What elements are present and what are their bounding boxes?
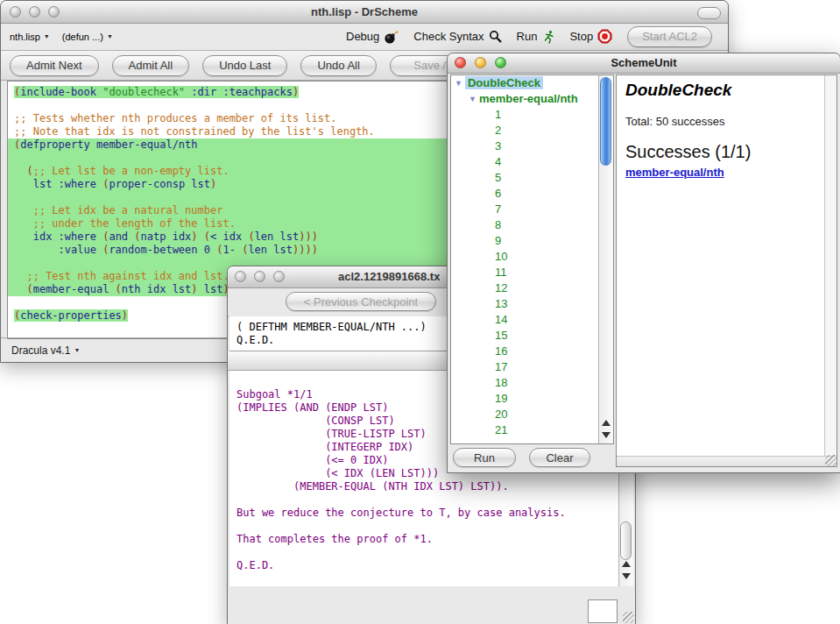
- schemeunit-window: SchemeUnit DoubleCheck member-equal/nth …: [447, 53, 840, 473]
- tree-item-member-equal-nth[interactable]: member-equal/nth: [451, 91, 613, 107]
- tree-test-case[interactable]: 20: [451, 407, 613, 422]
- window-title: nth.lisp - DrScheme: [1, 1, 728, 23]
- tree-test-case[interactable]: 17: [451, 359, 613, 375]
- bomb-icon: [384, 30, 399, 44]
- tree-test-case[interactable]: 15: [451, 328, 613, 344]
- magnifier-icon: [489, 30, 502, 43]
- tree-test-case[interactable]: 14: [451, 312, 613, 328]
- undo-last-button[interactable]: Undo Last: [202, 55, 287, 76]
- test-tree: DoubleCheck member-equal/nth 12345678910…: [451, 75, 613, 438]
- minimize-button[interactable]: [475, 57, 486, 68]
- start-acl2-button[interactable]: Start ACL2: [627, 26, 712, 47]
- detail-hscrollbar[interactable]: [617, 456, 836, 466]
- disclosure-triangle-icon[interactable]: [469, 92, 479, 105]
- file-dropdown[interactable]: nth.lisp: [10, 32, 50, 42]
- drscheme-menurow: nth.lisp (defun ...) Debug Check Syntax …: [1, 23, 728, 50]
- runner-icon: [541, 30, 554, 44]
- tree-test-case[interactable]: 7: [451, 202, 613, 217]
- minimize-button[interactable]: [254, 271, 265, 282]
- language-menu[interactable]: Dracula v4.1: [11, 344, 80, 357]
- zoom-button[interactable]: [48, 6, 60, 18]
- success-link[interactable]: member-equal/nth: [625, 166, 724, 179]
- resize-grip-icon[interactable]: [623, 612, 634, 623]
- tree-test-case[interactable]: 9: [451, 233, 613, 249]
- close-button[interactable]: [455, 57, 466, 68]
- admit-all-button[interactable]: Admit All: [112, 55, 190, 76]
- tree-test-case[interactable]: 16: [451, 344, 613, 359]
- tree-test-case[interactable]: 13: [451, 296, 613, 312]
- toolbar-toggle-pill[interactable]: [697, 7, 721, 19]
- check-syntax-button[interactable]: Check Syntax: [413, 30, 501, 43]
- tree-item-doublecheck[interactable]: DoubleCheck: [451, 75, 613, 91]
- result-heading: DoubleCheck: [625, 81, 828, 100]
- tree-test-case[interactable]: 10: [451, 249, 613, 265]
- tree-test-case[interactable]: 11: [451, 265, 613, 280]
- zoom-button[interactable]: [273, 271, 285, 282]
- close-button[interactable]: [235, 271, 246, 282]
- undo-all-button[interactable]: Undo All: [300, 55, 376, 76]
- result-detail-panel: DoubleCheck Total: 50 successes Successe…: [616, 74, 837, 467]
- tree-number-list: 123456789101112131415161718192021: [451, 107, 613, 438]
- window-title: SchemeUnit: [448, 53, 840, 73]
- zoom-button[interactable]: [495, 57, 506, 68]
- test-tree-panel: DoubleCheck member-equal/nth 12345678910…: [450, 74, 614, 444]
- admit-next-button[interactable]: Admit Next: [10, 55, 99, 76]
- lock-indicator-box[interactable]: [588, 599, 618, 623]
- disclosure-triangle-icon[interactable]: [455, 76, 465, 89]
- scrollbar-thumb[interactable]: [600, 77, 611, 166]
- window-title: acl2.1219891668.tx: [338, 266, 440, 287]
- tree-test-case[interactable]: 18: [451, 375, 613, 391]
- detail-vscrollbar[interactable]: [824, 75, 836, 456]
- resize-grip-icon[interactable]: [825, 455, 836, 466]
- successes-heading: Successes (1/1): [625, 142, 828, 162]
- drscheme-titlebar[interactable]: nth.lisp - DrScheme: [1, 1, 728, 24]
- defun-dropdown[interactable]: (defun ...): [62, 32, 113, 42]
- tree-test-case[interactable]: 4: [451, 154, 613, 170]
- acl2-bottombar: [228, 586, 635, 624]
- scroll-up-arrow[interactable]: [622, 561, 631, 567]
- schemeunit-buttons: Run Clear: [453, 448, 590, 467]
- tree-test-case[interactable]: 5: [451, 170, 613, 186]
- tree-test-case[interactable]: 2: [451, 123, 613, 138]
- tree-test-case[interactable]: 21: [451, 422, 613, 438]
- tree-test-case[interactable]: 3: [451, 138, 613, 154]
- tree-test-case[interactable]: 8: [451, 217, 613, 233]
- schemeunit-titlebar[interactable]: SchemeUnit: [448, 53, 840, 74]
- minimize-button[interactable]: [29, 6, 40, 18]
- run-button[interactable]: Run: [517, 30, 555, 44]
- run-tests-button[interactable]: Run: [453, 448, 516, 467]
- previous-checkpoint-button[interactable]: < Previous Checkpoint: [286, 292, 436, 311]
- result-total: Total: 50 successes: [625, 115, 828, 128]
- tree-test-case[interactable]: 12: [451, 280, 613, 296]
- close-button[interactable]: [10, 6, 21, 18]
- scroll-down-arrow[interactable]: [622, 573, 631, 579]
- clear-button[interactable]: Clear: [529, 448, 590, 467]
- tree-test-case[interactable]: 6: [451, 186, 613, 202]
- scroll-down-arrow[interactable]: [602, 432, 611, 438]
- tree-test-case[interactable]: 19: [451, 391, 613, 407]
- debug-button[interactable]: Debug: [346, 30, 399, 44]
- tree-scrollbar[interactable]: [598, 75, 613, 443]
- tree-test-case[interactable]: 1: [451, 107, 613, 123]
- scrollbar-thumb[interactable]: [620, 521, 632, 560]
- stop-button[interactable]: Stop: [569, 29, 612, 44]
- scroll-up-arrow[interactable]: [602, 420, 611, 426]
- stop-icon: [597, 29, 612, 44]
